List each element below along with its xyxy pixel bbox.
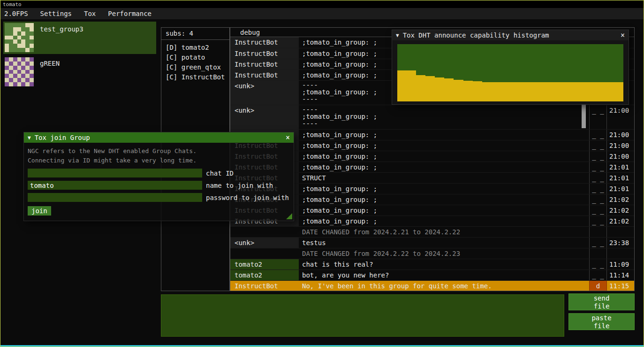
join-field-label: chat ID [206, 170, 234, 177]
close-icon[interactable]: × [621, 31, 625, 39]
chat-message-row: tomato2chat is this real?_ _11:09 [230, 259, 634, 270]
member-item[interactable]: [C] green_qtox [161, 62, 229, 72]
join-group-window: ▼ Tox join Group × NGC refers to the New… [23, 132, 294, 221]
histogram-plot [397, 44, 623, 101]
tab-debug[interactable]: debug [240, 29, 260, 36]
join-window-body: NGC refers to the New DHT enabled Group … [24, 143, 294, 219]
message-flags: _ _ [589, 205, 606, 216]
chat-message-row: InstructBotNo, I've been in this group f… [230, 280, 634, 291]
histogram-bar [548, 82, 557, 101]
histogram-bar [444, 78, 454, 101]
message-flags: _ _ [589, 140, 606, 151]
group-item-gREEN[interactable]: gREEN [3, 56, 156, 88]
menu-performance[interactable]: Performance [108, 10, 152, 17]
message-time [606, 248, 634, 259]
join-window-titlebar: ▼ Tox join Group × [24, 132, 294, 143]
message-flags: _ _ [589, 162, 606, 172]
system-text: DATE CHANGED from 2024.2.22 to 2024.2.23 [299, 248, 589, 259]
histogram-bar [605, 82, 614, 101]
message-flags: _ _ [589, 184, 606, 194]
group-item-test_group3[interactable]: test_group3 [3, 22, 156, 54]
system-text: DATE CHANGED from 2024.2.21 to 2024.2.22 [299, 227, 589, 237]
message-text: ;tomato_in_group: ; [299, 184, 589, 194]
composer-input[interactable] [161, 294, 564, 337]
message-flags: _ _ [589, 238, 606, 248]
histogram-bar [567, 82, 576, 101]
message-time: 21:01 [606, 184, 634, 194]
histogram-bar [595, 82, 605, 101]
date-changed-row: DATE CHANGED from 2024.2.21 to 2024.2.22 [230, 226, 634, 237]
sender-name: InstructBot [230, 37, 299, 48]
member-item[interactable]: [D] tomato2 [161, 43, 229, 53]
close-icon[interactable]: × [286, 133, 290, 142]
join-input-password-to-join-with[interactable] [28, 193, 202, 202]
group-list: test_group3gREEN [3, 22, 156, 90]
message-time: 21:00 [606, 105, 634, 129]
histogram-bar [473, 81, 482, 101]
histogram-bar [454, 80, 463, 101]
histogram-bar [425, 76, 435, 101]
message-flags: d [589, 281, 606, 291]
message-time: 23:38 [606, 238, 634, 248]
message-time: 21:01 [606, 162, 634, 172]
window-title: tomato [3, 1, 22, 8]
histogram-bar [520, 82, 529, 101]
join-field-label: password to join with [206, 194, 289, 201]
message-text: ---- ;tomato_in_group: ; ---- [299, 105, 589, 129]
histogram-bar [557, 82, 567, 101]
members-count: subs: 4 [161, 28, 229, 40]
message-time [606, 227, 634, 237]
message-flags: _ _ [589, 216, 606, 226]
message-flags: _ _ [589, 151, 606, 162]
sender-name: tomato2 [230, 259, 299, 270]
histogram-bar [614, 82, 623, 101]
message-time: 21:00 [606, 140, 634, 151]
message-text: ;tomato_in_group: ; [299, 130, 589, 140]
member-item[interactable]: [C] InstructBot [161, 72, 229, 82]
join-fields: chat IDname to join withpassword to join… [28, 169, 290, 202]
histogram-bar [463, 81, 473, 101]
menu-settings[interactable]: Settings [40, 10, 72, 17]
histogram-bar [482, 82, 492, 101]
menubar: 2.0FPSSettingsToxPerformance [0, 8, 644, 19]
paste-file-button[interactable]: paste file [568, 313, 635, 330]
sender-name: InstructBot [230, 281, 299, 291]
join-field-row: password to join with [28, 193, 290, 202]
message-time: 21:02 [606, 194, 634, 205]
histogram-bar [416, 75, 425, 101]
sender-name: <unk> [230, 238, 299, 248]
join-info-line-1: NGC refers to the New DHT enabled Group … [28, 147, 290, 156]
join-input-name-to-join-with[interactable] [28, 181, 202, 190]
message-flags: _ _ [589, 194, 606, 205]
message-text: ;tomato_in_group: ; [299, 194, 589, 205]
collapse-icon[interactable]: ▼ [396, 32, 399, 39]
group-name: gREEN [40, 60, 60, 88]
histogram-bar [586, 82, 595, 101]
menu-tox[interactable]: Tox [84, 10, 96, 17]
sender-name: InstructBot [230, 48, 299, 59]
histogram-window-title: Tox DHT announce capability histogram [403, 31, 549, 39]
join-window-title: Tox join Group [35, 134, 90, 141]
histogram-bar [397, 70, 407, 101]
histogram-bar [407, 70, 416, 101]
join-info-line-2: Connecting via ID might take a very long… [28, 156, 290, 165]
histogram-bar [529, 82, 538, 101]
message-text: STRUCT [299, 173, 589, 183]
message-flags: _ _ [589, 259, 606, 270]
join-input-chat-ID[interactable] [28, 169, 202, 177]
histogram-bar [501, 82, 510, 101]
group-name: test_group3 [40, 25, 83, 54]
message-time: 11:09 [606, 259, 634, 270]
send-file-button[interactable]: send file [568, 293, 635, 310]
collapse-icon[interactable]: ▼ [28, 135, 31, 141]
sender-name: tomato2 [230, 270, 299, 280]
join-button[interactable]: join [28, 206, 51, 216]
histogram-bar [435, 77, 444, 101]
histogram-bar [492, 82, 501, 101]
message-time: 21:01 [606, 173, 634, 183]
resize-handle-icon[interactable] [286, 213, 292, 219]
member-item[interactable]: [C] potato [161, 53, 229, 62]
message-time: 11:14 [606, 270, 634, 280]
date-changed-row: DATE CHANGED from 2024.2.22 to 2024.2.23 [230, 248, 634, 259]
message-text: ;tomato_in_group: ; [299, 151, 589, 162]
